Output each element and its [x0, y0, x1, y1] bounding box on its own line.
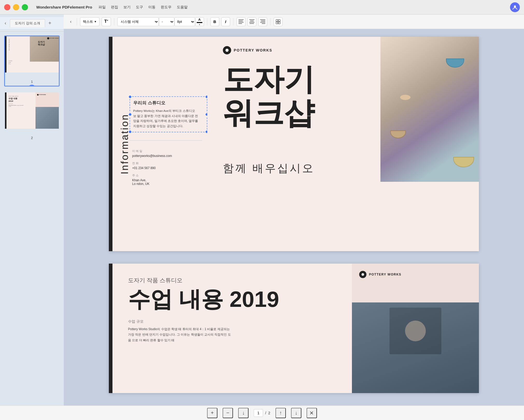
add-text-icon: T+	[104, 19, 108, 24]
selected-text-box[interactable]: 우리의 스튜디오 Pottery Works는 Khan Ave의 부티크 스튜…	[130, 96, 207, 132]
menu-help[interactable]: 도움말	[177, 5, 188, 10]
text-tool-label: 텍스트	[83, 19, 93, 24]
page2-right: POTTERY WORKS	[352, 264, 479, 393]
black-bar	[109, 37, 112, 251]
email-label: 이 메 일	[132, 149, 172, 153]
toolbar-separator-5	[270, 18, 271, 25]
svg-point-0	[514, 5, 516, 8]
pottery-logo-area: POTTERY WORKS	[223, 46, 272, 54]
handle-top-left[interactable]	[128, 95, 132, 99]
class-size-label: 수업 규모	[128, 319, 339, 324]
page2-black-bar	[109, 264, 112, 393]
page-down-button[interactable]: ↓	[291, 408, 301, 418]
menu-bar: 파일 편집 보기 도구 이동 윈도우 도움말	[98, 5, 188, 10]
pottery-image	[380, 37, 479, 182]
menu-move[interactable]: 이동	[148, 5, 155, 10]
email-value: potteryworks@business.com	[132, 154, 172, 158]
pottery-logo-text: POTTERY WORKS	[234, 48, 272, 52]
user-avatar[interactable]	[510, 2, 520, 12]
fullscreen-button[interactable]	[22, 4, 28, 10]
toolbar-separator-2	[114, 18, 114, 25]
menu-window[interactable]: 윈도우	[161, 5, 172, 10]
address-label: 주 소	[132, 173, 172, 177]
close-bottom-button[interactable]: ✕	[307, 408, 317, 418]
logo-circle-inner	[225, 49, 229, 52]
page-separator: /	[265, 411, 266, 415]
add-text-button[interactable]: T+	[102, 17, 111, 26]
page2-title: 수업 내용 2019	[128, 287, 339, 312]
current-page-input[interactable]	[254, 409, 263, 417]
sub-toolbar: ‹ 텍스트 ▼ T+ 시스템 서체 ▼ - ▼ 8pt ▼ A	[64, 15, 524, 29]
page2-image	[352, 302, 479, 393]
svg-rect-3	[276, 22, 278, 24]
close-button[interactable]	[4, 4, 10, 10]
toolbar-separator-1	[77, 18, 77, 25]
layout-button[interactable]	[274, 17, 282, 26]
page2-left: 도자기 작품 스튜디오 수업 내용 2019 수업 규모 Pottery Wor…	[112, 264, 352, 393]
zoom-minus-button[interactable]: −	[223, 408, 233, 418]
sidebar: ‹ 도자기 강의 소개 + Information POT	[0, 15, 64, 420]
font-style-select[interactable]: -	[159, 17, 174, 26]
align-left-button[interactable]	[237, 17, 245, 26]
text-tool-button[interactable]: 텍스트 ▼	[80, 17, 100, 26]
page-thumb-1[interactable]: Information POTTERY WORKS 도자기워크샵 이 메 일전 …	[4, 35, 60, 86]
page-thumb-2[interactable]: POTTERY WORKS 도자기 작품 스튜디오 수업 내용2019 수업 규…	[4, 92, 60, 143]
download-button[interactable]: ↓	[238, 408, 249, 418]
page2-pottery-text: POTTERY WORKS	[369, 273, 401, 276]
font-name-select[interactable]: 시스템 서체	[117, 17, 159, 26]
align-right-button[interactable]	[258, 17, 267, 26]
main-layout: ‹ 도자기 강의 소개 + Information POT	[0, 15, 524, 420]
pdf-canvas: Information 우리의 스튜디오 Pottery Works는 Khan…	[64, 29, 524, 420]
align-center-button[interactable]	[247, 17, 256, 26]
tab-add[interactable]: +	[45, 19, 54, 28]
chevron-color-icon: ▼	[199, 24, 201, 26]
zoom-plus-button[interactable]: +	[207, 408, 217, 418]
italic-button[interactable]: I	[221, 17, 230, 26]
address-value: Khan Ave, Lo ndon, UK	[132, 178, 172, 186]
menu-view[interactable]: 보기	[123, 5, 131, 10]
svg-rect-4	[278, 22, 280, 24]
logo-circle	[223, 46, 231, 54]
handle-middle-left[interactable]	[128, 113, 132, 116]
toolbar-separator-4	[233, 18, 233, 25]
minimize-button[interactable]	[13, 4, 19, 10]
font-size-select[interactable]: 8pt	[174, 17, 195, 26]
svg-rect-2	[278, 20, 280, 21]
title-line2: 워크샵	[223, 96, 315, 130]
korean-subtitle: 함께 배우십시오	[223, 161, 315, 176]
toolbar-separator-3	[207, 18, 207, 25]
studio-desc: Pottery Works는 Khan Ave의 부티크 스튜디오 보 팔고 풍…	[133, 108, 204, 129]
svg-rect-1	[276, 20, 278, 21]
bold-button[interactable]: B	[210, 17, 219, 26]
titlebar-right	[510, 2, 520, 12]
contact-section: 이 메 일 potteryworks@business.com 전 화 +01 …	[132, 146, 172, 186]
handle-bottom-left[interactable]	[128, 130, 132, 134]
main-korean-title: 도자기 워크샵	[223, 63, 315, 130]
class-desc: Pottery Works Studio의 수업은 학생 때 튜터의 최대 4：…	[128, 327, 232, 343]
chevron-down-icon: ▼	[94, 20, 97, 23]
pdf-page-2: 도자기 작품 스튜디오 수업 내용 2019 수업 규모 Pottery Wor…	[109, 264, 479, 393]
titlebar: Wondershare PDFelement Pro 파일 편집 보기 도구 이…	[0, 0, 524, 15]
studio-title: 우리의 스튜디오	[133, 100, 204, 106]
title-line1: 도자기	[223, 63, 315, 96]
page-up-button[interactable]: ↑	[275, 408, 286, 418]
total-pages: 2	[268, 411, 270, 415]
bottom-bar: + − ↓ / 2 ↑ ↓ ✕	[0, 405, 524, 420]
menu-edit[interactable]: 편집	[111, 5, 118, 10]
phone-value: +01 234 567 890	[132, 166, 172, 170]
page2-subtitle: 도자기 작품 스튜디오	[128, 277, 339, 284]
page-indicator: / 2	[254, 409, 270, 417]
editor-area: ‹ 텍스트 ▼ T+ 시스템 서체 ▼ - ▼ 8pt ▼ A	[64, 15, 524, 420]
page2-logo: POTTERY WORKS	[359, 271, 401, 278]
menu-tools[interactable]: 도구	[136, 5, 143, 10]
color-picker-button[interactable]: A ▼	[195, 17, 204, 26]
divider-line	[130, 140, 202, 141]
back-button[interactable]: ‹	[3, 19, 8, 27]
back-nav-button[interactable]: ‹	[68, 18, 74, 25]
pdf-page-1: Information 우리의 스튜디오 Pottery Works는 Khan…	[109, 37, 479, 251]
app-name: Wondershare PDFelement Pro	[36, 5, 92, 9]
info-vertical-text: Information	[119, 114, 130, 174]
menu-file[interactable]: 파일	[98, 5, 106, 10]
tab-doc[interactable]: 도자기 강의 소개	[10, 19, 45, 27]
phone-label: 전 화	[132, 161, 172, 165]
